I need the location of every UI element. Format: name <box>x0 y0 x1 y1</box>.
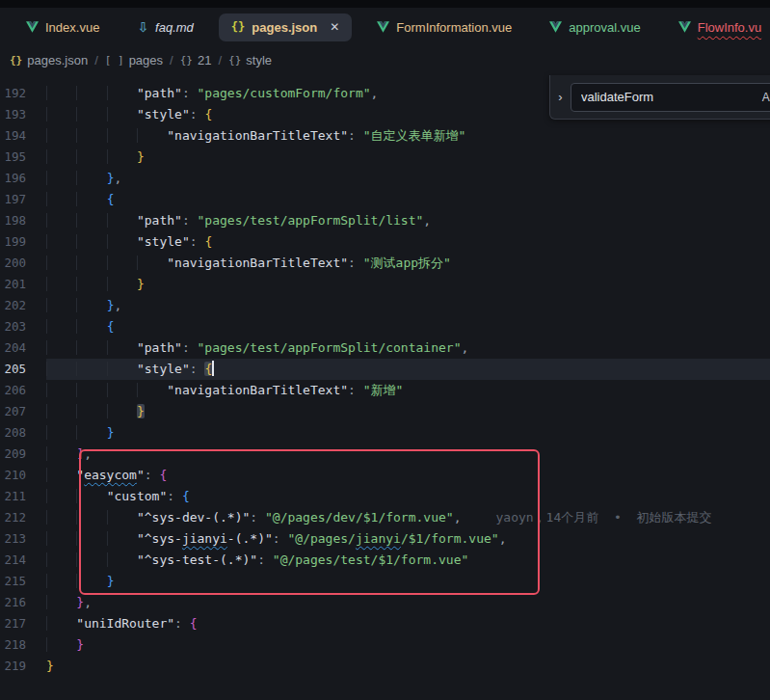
line-number: 195 <box>0 147 46 168</box>
code-token: : <box>145 468 160 482</box>
code-content: { <box>46 316 770 337</box>
breadcrumb-separator: / <box>94 53 98 67</box>
code-line[interactable]: 212 "^sys-dev-(.*)": "@/pages/dev/$1/for… <box>0 507 770 528</box>
code-content: "uniIdRouter": { <box>46 613 770 634</box>
code-line[interactable]: 200 "navigationBarTitleText": "测试app拆分" <box>0 253 770 274</box>
code-token: : <box>167 489 182 503</box>
code-token <box>46 86 137 100</box>
code-content: "path": "pages/test/appFormSplit/list", <box>46 210 770 231</box>
code-token: { <box>159 468 167 482</box>
expand-replace-button[interactable]: › <box>550 90 571 104</box>
code-line[interactable]: 205 "style": { <box>0 359 770 380</box>
tab-label: pages.json <box>252 20 317 35</box>
tab-FlowInfo.vu[interactable]: FlowInfo.vu <box>666 13 770 41</box>
code-token: { <box>204 107 212 121</box>
code-line[interactable]: 199 "style": { <box>0 231 770 253</box>
code-token <box>46 510 137 525</box>
tab-approval.vue[interactable]: approval.vue <box>537 13 652 41</box>
line-number: 198 <box>0 210 46 231</box>
code-content: "style": { <box>46 359 770 380</box>
code-token: -(.*)" <box>227 531 273 546</box>
json-file-icon: {} <box>10 54 22 67</box>
code-line[interactable]: 216 }, <box>0 592 770 613</box>
code-line[interactable]: 218 } <box>0 634 770 656</box>
code-line[interactable]: 219} <box>0 656 770 677</box>
code-token: "path" <box>137 86 182 100</box>
code-content: "^sys-jianyi-(.*)": "@/pages/jianyi/$1/f… <box>46 528 770 550</box>
code-content: }, <box>46 295 770 316</box>
code-token: { <box>190 616 198 631</box>
code-line[interactable]: 207 } <box>0 401 770 422</box>
code-token <box>46 425 107 440</box>
breadcrumb-item-pages.json[interactable]: {}pages.json <box>8 53 90 67</box>
code-token <box>46 319 107 334</box>
code-line[interactable]: 201 } <box>0 274 770 295</box>
code-token: : <box>250 510 265 525</box>
code-content: } <box>46 571 770 592</box>
code-token: "新增" <box>363 383 404 397</box>
tab-pages.json[interactable]: {}pages.json✕ <box>219 13 352 41</box>
line-number: 217 <box>0 613 46 634</box>
code-line[interactable]: 195 } <box>0 147 770 168</box>
code-line[interactable]: 203 { <box>0 316 770 337</box>
code-token <box>46 489 107 503</box>
code-token: "^sys- <box>137 531 182 546</box>
code-token: jianyi <box>356 531 401 546</box>
close-tab-icon[interactable]: ✕ <box>330 20 339 34</box>
code-token: } <box>76 637 84 652</box>
code-token: : <box>348 128 363 143</box>
code-line[interactable]: 197 { <box>0 189 770 210</box>
code-token: , <box>461 340 468 355</box>
tab-FormInformation.vue[interactable]: FormInformation.vue <box>364 13 524 41</box>
code-line[interactable]: 211 "custom": { <box>0 486 770 507</box>
code-line[interactable]: 208 } <box>0 422 770 444</box>
breadcrumb-item-pages[interactable]: [ ]pages <box>103 53 165 67</box>
code-content: "navigationBarTitleText": "新增" <box>46 380 770 401</box>
code-line[interactable]: 204 "path": "pages/test/appFormSplit/con… <box>0 337 770 359</box>
code-token: , <box>114 171 121 185</box>
code-line[interactable]: 214 "^sys-test-(.*)": "@/pages/test/$1/f… <box>0 550 770 571</box>
line-number: 197 <box>0 189 46 210</box>
code-token: "@/pages/test/$1/form.vue" <box>273 552 469 567</box>
code-token: : <box>257 552 273 567</box>
vue-logo-icon <box>377 21 389 33</box>
code-token: { <box>204 234 212 249</box>
code-content: { <box>46 189 770 210</box>
code-line[interactable]: 202 }, <box>0 295 770 316</box>
breadcrumb-item-style[interactable]: {}style <box>226 53 274 67</box>
line-number: 205 <box>0 359 46 380</box>
tab-bar: Index.vue⇩faq.md{}pages.json✕FormInforma… <box>0 8 770 46</box>
tab-label: FormInformation.vue <box>396 20 512 35</box>
code-line[interactable]: 217 "uniIdRouter": { <box>0 613 770 634</box>
breadcrumb-item-21[interactable]: {}21 <box>178 53 214 67</box>
object-symbol-icon: {} <box>180 54 193 67</box>
code-lines: 192 "path": "pages/customForm/form",193 … <box>0 83 770 677</box>
code-token: } <box>46 659 54 673</box>
line-number: 196 <box>0 168 46 189</box>
tab-faq.md[interactable]: ⇩faq.md <box>124 13 205 41</box>
code-content: } <box>46 401 770 422</box>
code-line[interactable]: 196 }, <box>0 168 770 189</box>
code-line[interactable]: 215 } <box>0 571 770 592</box>
code-line[interactable]: 213 "^sys-jianyi-(.*)": "@/pages/jianyi/… <box>0 528 770 550</box>
code-token <box>46 256 167 270</box>
code-line[interactable]: 194 "navigationBarTitleText": "自定义表单新增" <box>0 125 770 147</box>
editor[interactable]: 192 "path": "pages/customForm/form",193 … <box>0 73 770 677</box>
match-case-button[interactable]: Aa <box>758 87 770 108</box>
code-line[interactable]: 198 "path": "pages/test/appFormSplit/lis… <box>0 210 770 231</box>
find-input[interactable] <box>571 90 758 104</box>
code-token <box>46 552 137 567</box>
code-line[interactable]: 206 "navigationBarTitleText": "新增" <box>0 380 770 401</box>
line-number: 201 <box>0 274 46 295</box>
code-line[interactable]: 209 ], <box>0 444 770 465</box>
code-token: "pages/customForm/form" <box>198 86 371 100</box>
code-token <box>46 192 107 206</box>
code-token: , <box>499 531 507 546</box>
line-number: 202 <box>0 295 46 316</box>
tab-Index.vue[interactable]: Index.vue <box>13 13 112 41</box>
code-token: " <box>76 468 84 482</box>
code-content: }, <box>46 168 770 189</box>
code-token: easycom <box>84 468 137 482</box>
code-token: { <box>107 192 115 206</box>
code-line[interactable]: 210 "easycom": { <box>0 465 770 486</box>
